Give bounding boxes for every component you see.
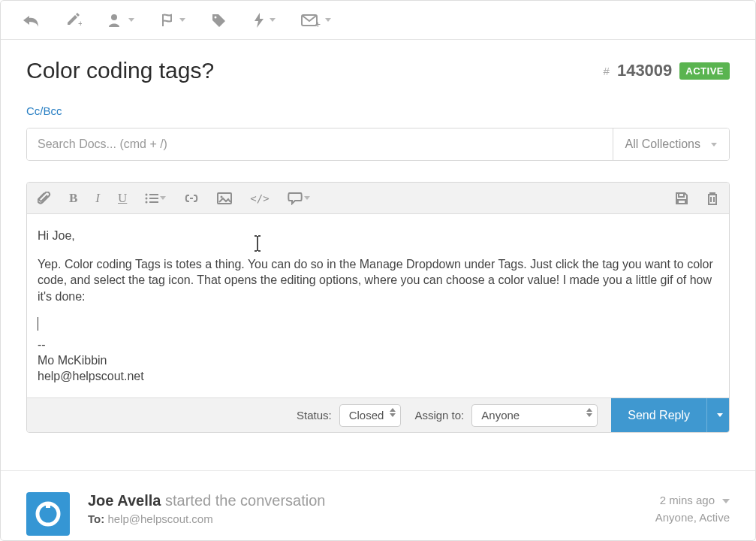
- conversation-title: Color coding tags?: [26, 58, 214, 83]
- forward-icon[interactable]: +: [301, 13, 331, 28]
- svg-point-1: [111, 14, 117, 20]
- reply-editor: B I U </>: [26, 182, 730, 433]
- reply-icon[interactable]: [22, 13, 40, 28]
- thread-timestamp: 2 mins ago: [660, 492, 715, 509]
- underline-button[interactable]: U: [118, 191, 127, 206]
- svg-point-9: [146, 201, 148, 203]
- assign-label: Assign to:: [414, 409, 464, 422]
- svg-rect-6: [149, 194, 158, 195]
- discard-icon[interactable]: [706, 192, 718, 205]
- action-toolbar: + +: [1, 1, 755, 40]
- link-icon[interactable]: [184, 193, 199, 204]
- conversation-thread-item: Joe Avella started the conversation To: …: [1, 471, 755, 541]
- svg-point-7: [146, 197, 148, 199]
- editor-toolbar: B I U </>: [27, 183, 729, 214]
- editor-content[interactable]: Hi Joe, Yep. Color coding Tags is totes …: [27, 214, 729, 397]
- assign-icon[interactable]: [107, 13, 134, 28]
- save-draft-icon[interactable]: [675, 192, 688, 205]
- to-label: To:: [88, 512, 104, 525]
- docs-search-input[interactable]: [27, 128, 613, 160]
- attach-icon[interactable]: [38, 192, 51, 205]
- thread-options-icon[interactable]: [722, 499, 730, 503]
- text-caret: [38, 317, 38, 331]
- ticket-hash: #: [604, 65, 610, 77]
- thread-author: Joe Avella: [88, 492, 161, 509]
- conversation-header: Color coding tags? # 143009 ACTIVE Cc/Bc…: [1, 40, 755, 171]
- thread-meta: Anyone, Active: [655, 509, 730, 527]
- docs-search-row: All Collections: [26, 128, 730, 161]
- status-badge: ACTIVE: [679, 62, 730, 80]
- collections-label: All Collections: [625, 138, 700, 151]
- italic-button[interactable]: I: [95, 191, 100, 206]
- saved-replies-icon[interactable]: [288, 192, 310, 205]
- signature-email: help@helpscout.net: [38, 369, 718, 385]
- svg-point-2: [215, 16, 217, 18]
- tag-icon[interactable]: [211, 13, 227, 28]
- note-icon[interactable]: +: [65, 13, 82, 28]
- bold-button[interactable]: B: [69, 191, 77, 206]
- svg-text:+: +: [78, 19, 82, 28]
- ticket-number: 143009: [617, 61, 672, 80]
- editor-paragraph: Yep. Color coding Tags is totes a thing.…: [38, 256, 718, 305]
- signature-name: Mo McKibbin: [38, 353, 718, 369]
- text-cursor-icon: [252, 235, 263, 252]
- workflow-icon[interactable]: [253, 13, 276, 28]
- svg-rect-14: [46, 502, 50, 508]
- image-icon[interactable]: [217, 192, 232, 204]
- signature-divider: --: [38, 337, 718, 353]
- svg-point-12: [221, 195, 223, 198]
- status-label: Status:: [297, 409, 332, 422]
- code-icon[interactable]: </>: [250, 192, 269, 204]
- list-icon[interactable]: [145, 192, 166, 204]
- app-window: + + Color coding tags? # 143009: [0, 0, 756, 541]
- thread-title: Joe Avella started the conversation: [88, 492, 326, 509]
- svg-point-5: [146, 193, 148, 195]
- status-select[interactable]: Closed: [339, 404, 402, 427]
- send-reply-button[interactable]: Send Reply: [611, 398, 706, 433]
- assign-select[interactable]: Anyone: [471, 404, 598, 427]
- collections-dropdown[interactable]: All Collections: [613, 128, 729, 160]
- avatar: [26, 492, 70, 536]
- cc-bcc-toggle[interactable]: Cc/Bcc: [26, 104, 62, 117]
- svg-rect-8: [149, 198, 158, 199]
- send-reply-dropdown[interactable]: [706, 398, 729, 433]
- to-value: help@helpscout.com: [107, 512, 212, 525]
- reply-action-bar: Status: Closed Assign to: Anyone Send Re…: [27, 397, 729, 432]
- svg-text:+: +: [315, 20, 321, 28]
- thread-to-line: To: help@helpscout.com: [88, 512, 326, 525]
- status-flag-icon[interactable]: [160, 13, 185, 28]
- thread-action: started the conversation: [165, 492, 325, 509]
- editor-greeting: Hi Joe,: [38, 228, 718, 244]
- svg-rect-10: [149, 201, 158, 203]
